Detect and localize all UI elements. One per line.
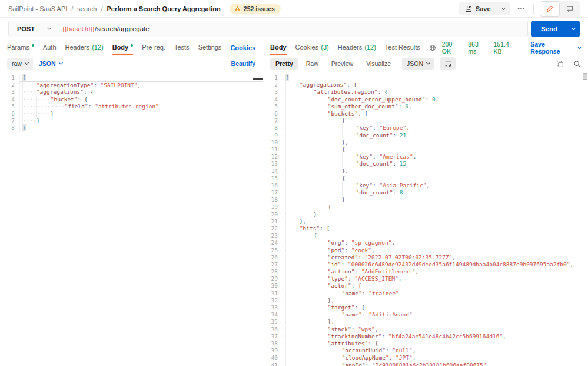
code-content: "doc_count": 21 — [283, 132, 588, 139]
indent-guide — [300, 203, 314, 210]
tab-count: (3) — [321, 44, 328, 51]
beautify-link[interactable]: Beautify — [231, 60, 255, 67]
view-mode-tabs: PrettyRawPreviewVisualize — [270, 58, 396, 70]
body-format-selector[interactable]: raw — [7, 58, 33, 70]
tab-tests[interactable]: Tests — [174, 40, 190, 55]
code-token: { — [314, 232, 317, 239]
code-token: : [ — [358, 110, 368, 117]
copy-icon[interactable] — [556, 60, 564, 68]
code-line: 1{ — [263, 74, 588, 81]
indent-guide — [314, 239, 328, 246]
code-content: }, — [283, 218, 588, 225]
line-number: 7 — [263, 117, 283, 124]
method-selector[interactable]: POST — [9, 25, 58, 32]
breadcrumb-collection[interactable]: SailPoint - SaaS API — [8, 5, 67, 12]
indent-guide — [285, 275, 300, 282]
code-content: ····} — [20, 117, 263, 124]
code-line: 8} — [0, 124, 263, 131]
response-body-editor[interactable]: 1{2 "aggregations": {3 "attributes.regio… — [263, 72, 588, 366]
send-button[interactable]: Send — [531, 21, 567, 37]
breadcrumb-folder[interactable]: search — [77, 5, 97, 12]
warning-triangle-icon — [234, 5, 241, 12]
indent-guide — [300, 354, 314, 361]
line-number: 3 — [0, 88, 20, 95]
code-token: "key" — [356, 182, 373, 189]
tab-params[interactable]: Params — [7, 40, 34, 55]
tab-preview[interactable]: Preview — [326, 58, 358, 70]
indent-guide — [300, 132, 314, 139]
line-number: 17 — [263, 189, 283, 196]
language-selector[interactable]: JSON — [39, 60, 62, 67]
search-icon[interactable] — [573, 60, 581, 68]
code-token: : — [354, 268, 361, 275]
code-line: 37 "trackingNumber": "bf4a24ae541e48c4b4… — [263, 333, 588, 340]
tab-label: Auth — [43, 44, 57, 51]
code-content: ············"field": "attributes.region" — [20, 103, 263, 110]
indent-guide: ···· — [22, 117, 36, 124]
indent-guide — [285, 132, 300, 139]
indent-guide — [285, 326, 300, 332]
comments-button[interactable] — [560, 1, 580, 17]
save-button[interactable]: Save — [459, 2, 497, 15]
tab-body[interactable]: Body — [112, 40, 134, 55]
cookies-link[interactable]: Cookies — [230, 44, 255, 51]
language-label: JSON — [39, 60, 56, 67]
indent-guide — [314, 189, 328, 196]
indent-guide — [285, 189, 300, 196]
indent-guide — [314, 124, 328, 131]
code-content: ········} — [20, 110, 263, 117]
tab-raw[interactable]: Raw — [301, 58, 324, 70]
edit-mode-button[interactable] — [540, 1, 560, 17]
tab-pre-req-[interactable]: Pre-req. — [142, 40, 165, 55]
wrap-lines-button[interactable] — [440, 57, 456, 70]
tab-settings[interactable]: Settings — [198, 40, 222, 55]
tab-body[interactable]: Body — [270, 40, 287, 55]
save-dropdown-button[interactable] — [497, 2, 510, 15]
more-options-button[interactable]: ••• — [516, 4, 527, 14]
tab-visualize[interactable]: Visualize — [361, 58, 396, 70]
tab-auth[interactable]: Auth — [43, 40, 57, 55]
scrollbar-track[interactable] — [582, 72, 588, 366]
response-language-selector[interactable]: JSON — [402, 58, 434, 70]
request-body-editor[interactable]: 1{2····"aggregationType": "SAILPOINT",3·… — [0, 72, 263, 366]
code-line: 6········} — [0, 110, 263, 117]
indent-guide: ···· — [51, 103, 65, 110]
url-variable: {{baseUrl}} — [62, 25, 95, 32]
indent-guide — [328, 290, 342, 296]
code-line: 14 }, — [263, 167, 588, 174]
indent-guide — [300, 167, 314, 174]
line-number: 5 — [0, 103, 20, 110]
url-input[interactable]: {{baseUrl}}/search/aggregate — [58, 25, 150, 32]
code-token: : — [94, 82, 100, 88]
line-number: 11 — [263, 146, 283, 153]
line-number: 29 — [263, 275, 283, 282]
code-token: "2c91808881a6c2b30181b606eaf00675" — [372, 362, 486, 366]
code-token: "bf4a24ae541e48c4b42cc5b699164d16" — [388, 333, 503, 339]
code-token: "trainee" — [368, 290, 398, 296]
line-number: 4 — [0, 96, 20, 103]
chevron-down-icon — [25, 61, 29, 65]
code-token: }, — [342, 139, 348, 146]
line-number: 32 — [263, 297, 283, 304]
indent-guide: ···· — [36, 96, 51, 103]
indent-guide — [285, 211, 300, 217]
indent-guide — [285, 103, 300, 110]
indent-guide — [285, 232, 300, 239]
indent-guide — [285, 268, 300, 275]
tab-test-results[interactable]: Test Results — [385, 40, 420, 55]
code-line: 10 }, — [263, 139, 588, 146]
code-token: : — [389, 354, 396, 361]
tab-pretty[interactable]: Pretty — [270, 58, 298, 70]
send-dropdown-button[interactable] — [567, 21, 580, 37]
code-content: "target": { — [283, 304, 588, 311]
network-globe-icon[interactable] — [429, 44, 436, 51]
save-response-button[interactable]: Save Response — [530, 41, 581, 55]
tab-headers[interactable]: Headers(12) — [338, 40, 376, 55]
code-content: "pod": "cook", — [283, 247, 588, 254]
issues-badge[interactable]: 252 issues — [230, 4, 281, 14]
tab-headers[interactable]: Headers(12) — [65, 40, 104, 55]
tab-cookies[interactable]: Cookies(3) — [295, 40, 329, 55]
code-token: "aggregations" — [36, 88, 84, 95]
code-content: "name": "Aditi.Anand" — [283, 311, 588, 318]
scrollbar-thumb[interactable] — [583, 73, 587, 80]
